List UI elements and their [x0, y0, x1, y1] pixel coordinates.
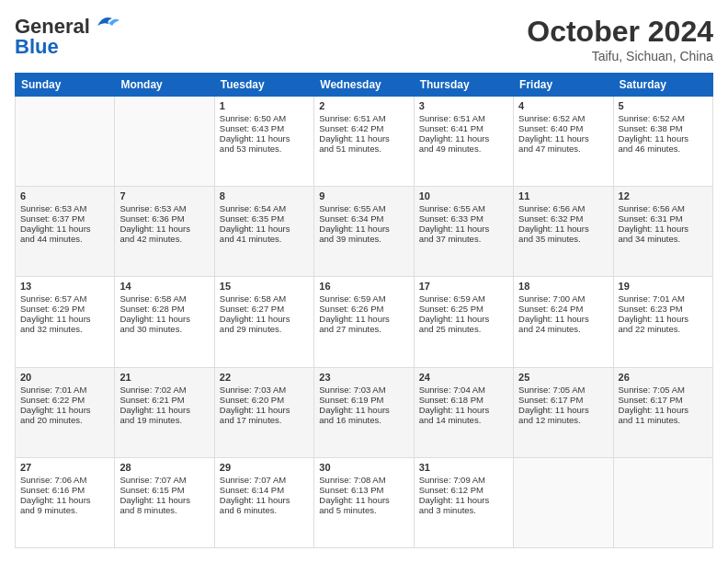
day-info: Sunrise: 7:00 AM [518, 293, 608, 304]
day-number: 17 [419, 281, 508, 292]
day-number: 10 [419, 190, 508, 201]
day-info: Daylight: 11 hours [319, 224, 408, 234]
day-info: and 5 minutes. [319, 505, 408, 515]
day-info: Sunset: 6:20 PM [220, 395, 309, 405]
day-number: 25 [518, 372, 608, 383]
calendar-week-1: 1Sunrise: 6:50 AMSunset: 6:43 PMDaylight… [16, 97, 713, 187]
day-info: Sunrise: 6:51 AM [319, 113, 408, 123]
day-info: Sunrise: 6:56 AM [619, 203, 708, 213]
calendar-cell: 28Sunrise: 7:07 AMSunset: 6:15 PMDayligh… [115, 457, 214, 547]
day-info: Sunrise: 7:07 AM [220, 475, 309, 485]
day-info: Sunrise: 6:52 AM [518, 113, 608, 123]
day-number: 7 [119, 190, 209, 201]
day-info: and 3 minutes. [419, 505, 508, 515]
day-info: and 25 minutes. [419, 324, 508, 334]
day-info: Sunrise: 7:06 AM [20, 475, 109, 485]
calendar-table: SundayMondayTuesdayWednesdayThursdayFrid… [15, 73, 713, 548]
day-number: 24 [419, 372, 508, 383]
weekday-header-wednesday: Wednesday [314, 74, 414, 97]
day-info: Sunset: 6:17 PM [518, 395, 608, 405]
calendar-cell: 29Sunrise: 7:07 AMSunset: 6:14 PMDayligh… [214, 457, 313, 547]
day-info: and 12 minutes. [518, 415, 608, 425]
day-info: Sunrise: 6:55 AM [419, 203, 508, 213]
weekday-header-monday: Monday [115, 74, 214, 97]
day-info: Sunset: 6:32 PM [518, 213, 608, 224]
day-number: 11 [518, 190, 608, 201]
calendar-cell: 4Sunrise: 6:52 AMSunset: 6:40 PMDaylight… [514, 97, 613, 187]
day-info: Sunset: 6:25 PM [419, 304, 508, 314]
calendar-cell: 15Sunrise: 6:58 AMSunset: 6:27 PMDayligh… [214, 277, 313, 367]
day-number: 2 [319, 100, 408, 111]
calendar-cell: 21Sunrise: 7:02 AMSunset: 6:21 PMDayligh… [115, 367, 214, 457]
day-number: 22 [220, 372, 309, 383]
month-title: October 2024 [527, 15, 713, 49]
day-info: and 29 minutes. [220, 324, 309, 334]
day-info: Daylight: 11 hours [518, 133, 608, 144]
day-number: 5 [619, 100, 708, 111]
calendar-cell [514, 457, 613, 547]
day-number: 29 [220, 462, 309, 473]
calendar-week-5: 27Sunrise: 7:06 AMSunset: 6:16 PMDayligh… [16, 457, 713, 547]
calendar-body: 1Sunrise: 6:50 AMSunset: 6:43 PMDaylight… [16, 97, 713, 548]
weekday-header-sunday: Sunday [16, 74, 115, 97]
calendar-cell [16, 97, 115, 187]
calendar-cell: 19Sunrise: 7:01 AMSunset: 6:23 PMDayligh… [613, 277, 712, 367]
day-info: Daylight: 11 hours [119, 224, 209, 234]
day-info: Daylight: 11 hours [619, 133, 708, 144]
day-info: and 35 minutes. [518, 234, 608, 244]
day-info: Sunset: 6:13 PM [319, 485, 408, 495]
day-info: Sunrise: 7:08 AM [319, 475, 408, 485]
day-info: and 44 minutes. [20, 234, 109, 244]
calendar-cell: 8Sunrise: 6:54 AMSunset: 6:35 PMDaylight… [214, 187, 313, 277]
calendar-cell: 23Sunrise: 7:03 AMSunset: 6:19 PMDayligh… [314, 367, 414, 457]
header: General Blue October 2024 Taifu, Sichuan… [15, 15, 713, 63]
day-info: Sunset: 6:12 PM [419, 485, 508, 495]
day-info: Daylight: 11 hours [319, 133, 408, 144]
day-info: Sunset: 6:31 PM [619, 213, 708, 224]
day-info: Daylight: 11 hours [319, 495, 408, 505]
calendar-header-row: SundayMondayTuesdayWednesdayThursdayFrid… [16, 74, 713, 97]
day-info: and 32 minutes. [20, 324, 109, 334]
day-info: Sunset: 6:33 PM [419, 213, 508, 224]
calendar-cell: 25Sunrise: 7:05 AMSunset: 6:17 PMDayligh… [514, 367, 613, 457]
day-info: Daylight: 11 hours [419, 224, 508, 234]
day-info: Sunrise: 6:50 AM [220, 113, 309, 123]
day-info: Sunrise: 6:59 AM [319, 293, 408, 304]
day-info: Sunrise: 7:01 AM [619, 293, 708, 304]
day-info: Daylight: 11 hours [518, 224, 608, 234]
day-info: Sunset: 6:23 PM [619, 304, 708, 314]
location: Taifu, Sichuan, China [527, 49, 713, 63]
day-number: 21 [119, 372, 209, 383]
day-number: 4 [518, 100, 608, 111]
calendar-cell: 14Sunrise: 6:58 AMSunset: 6:28 PMDayligh… [115, 277, 214, 367]
day-info: and 27 minutes. [319, 324, 408, 334]
day-info: and 39 minutes. [319, 234, 408, 244]
day-info: Sunset: 6:43 PM [220, 123, 309, 133]
day-info: and 9 minutes. [20, 505, 109, 515]
day-number: 6 [20, 190, 109, 201]
day-info: Daylight: 11 hours [419, 314, 508, 324]
day-info: Sunset: 6:18 PM [419, 395, 508, 405]
day-number: 13 [20, 281, 109, 292]
day-number: 8 [220, 190, 309, 201]
day-info: and 8 minutes. [119, 505, 209, 515]
day-info: Sunrise: 7:05 AM [518, 385, 608, 395]
day-number: 26 [619, 372, 708, 383]
calendar-week-4: 20Sunrise: 7:01 AMSunset: 6:22 PMDayligh… [16, 367, 713, 457]
calendar-cell: 12Sunrise: 6:56 AMSunset: 6:31 PMDayligh… [613, 187, 712, 277]
day-info: and 19 minutes. [119, 415, 209, 425]
calendar-cell: 20Sunrise: 7:01 AMSunset: 6:22 PMDayligh… [16, 367, 115, 457]
day-number: 19 [619, 281, 708, 292]
weekday-header-saturday: Saturday [613, 74, 712, 97]
day-info: Daylight: 11 hours [419, 133, 508, 144]
logo-blue: Blue [15, 35, 59, 59]
day-info: Sunrise: 7:01 AM [20, 385, 109, 395]
day-number: 3 [419, 100, 508, 111]
day-info: Sunset: 6:15 PM [119, 485, 209, 495]
day-info: Sunrise: 6:53 AM [119, 203, 209, 213]
calendar-week-3: 13Sunrise: 6:57 AMSunset: 6:29 PMDayligh… [16, 277, 713, 367]
day-number: 16 [319, 281, 408, 292]
day-info: and 41 minutes. [220, 234, 309, 244]
logo-bird-icon [94, 13, 119, 33]
day-info: Daylight: 11 hours [419, 495, 508, 505]
